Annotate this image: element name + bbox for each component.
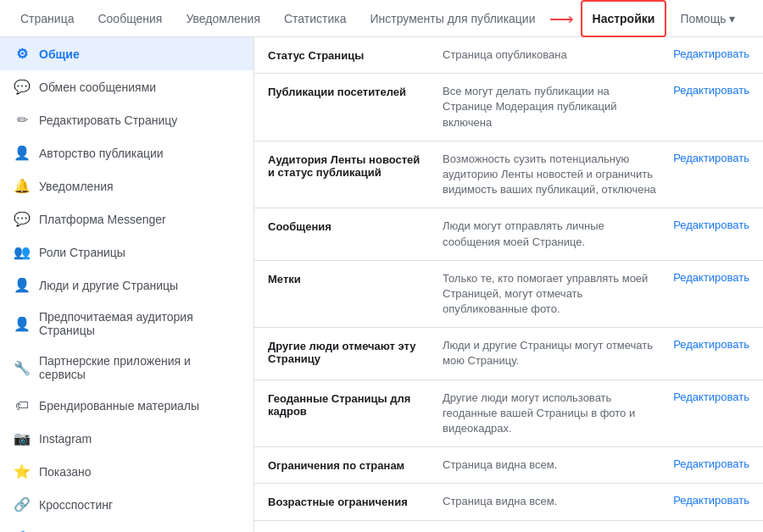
setting-desc: Другие люди могут использовать геоданные… — [443, 391, 660, 437]
setting-desc: Все могут делать публикации на Странице … — [443, 84, 660, 130]
edit-button[interactable]: Редактировать — [673, 271, 749, 284]
sidebar-item-label: Авторство публикации — [39, 147, 164, 160]
sidebar-item-crossposting[interactable]: 🔗 Кросспостинг — [0, 488, 253, 521]
nav-messages[interactable]: Сообщения — [87, 0, 172, 37]
settings-content: Статус СтраницыСтраница опубликованаРеда… — [254, 37, 763, 532]
sidebar-item-partner-apps[interactable]: 🔧 Партнерские приложения и сервисы — [0, 346, 253, 390]
link-icon: 🔗 — [14, 496, 31, 513]
setting-name: Метки — [268, 271, 429, 285]
settings-row: Другие люди отмечают эту СтраницуЛюди и … — [254, 328, 763, 380]
sidebar-item-people-pages[interactable]: 👤 Люди и другие Страницы — [0, 269, 253, 302]
edit-button[interactable]: Редактировать — [673, 84, 749, 97]
setting-desc: Страница видна всем. — [443, 494, 660, 509]
instagram-icon: 📷 — [14, 430, 31, 446]
sidebar-item-label: Редактировать Страницу — [39, 114, 177, 127]
edit-button[interactable]: Редактировать — [673, 457, 749, 470]
sidebar-item-page-roles[interactable]: 👥 Роли Страницы — [0, 236, 253, 269]
edit-button[interactable]: Редактировать — [673, 338, 749, 351]
sidebar-item-preferred-audience[interactable]: 👤 Предпочитаемая аудитория Страницы — [0, 302, 253, 346]
settings-arrow: ⟶ — [549, 8, 574, 29]
nav-notifications[interactable]: Уведомления — [175, 0, 270, 37]
settings-row: Ограничения по странамСтраница видна все… — [254, 447, 763, 484]
setting-desc: Возможность сузить потенциальную аудитор… — [443, 152, 660, 198]
nav-settings[interactable]: Настройки — [581, 0, 667, 37]
settings-rows: Статус СтраницыСтраница опубликованаРеда… — [254, 37, 763, 532]
group-icon: 👥 — [14, 244, 31, 260]
edit-button[interactable]: Редактировать — [673, 494, 749, 507]
edit-button[interactable]: Редактировать — [673, 152, 749, 164]
setting-desc: Только те, кто помогает управлять моей С… — [443, 271, 660, 318]
settings-row: Геоданные Страницы для кадровДругие люди… — [254, 380, 763, 448]
sidebar-item-label: Общие — [39, 47, 80, 61]
sidebar-item-label: Обмен сообщениями — [39, 80, 156, 94]
sidebar-item-label: Роли Страницы — [39, 246, 125, 259]
audience-icon: 👤 — [14, 316, 31, 332]
sidebar-item-label: Брендированные материалы — [39, 399, 199, 413]
sidebar-item-page-support-inbox[interactable]: f Page Support Inbox — [0, 521, 253, 532]
setting-desc: Страница опубликована — [443, 47, 660, 63]
setting-name: Другие люди отмечают эту Страницу — [268, 338, 429, 365]
messenger-icon: 💬 — [14, 211, 31, 227]
sidebar-item-label: Платформа Messenger — [39, 213, 166, 226]
setting-desc: Люди могут отправлять личные сообщения м… — [443, 219, 660, 249]
sidebar-item-label: Предпочитаемая аудитория Страницы — [39, 310, 240, 337]
sidebar-item-label: Уведомления — [39, 180, 114, 193]
sidebar-item-messenger[interactable]: 💬 Платформа Messenger — [0, 202, 253, 236]
message-icon: 💬 — [14, 79, 31, 95]
settings-row: СообщенияЛюди могут отправлять личные со… — [254, 208, 763, 260]
tag-icon: 🏷 — [14, 398, 31, 413]
sidebar-item-label: Показано — [39, 465, 92, 479]
nav-help[interactable]: Помощь ▾ — [670, 0, 745, 37]
main-layout: ⚙ Общие 💬 Обмен сообщениями ✏ Редактиров… — [0, 37, 763, 532]
gear-icon: ⚙ — [14, 46, 31, 62]
edit-icon: ✏ — [14, 112, 31, 128]
setting-name: Возрастные ограничения — [268, 494, 429, 508]
bell-icon: 🔔 — [14, 178, 31, 194]
sidebar: ⚙ Общие 💬 Обмен сообщениями ✏ Редактиров… — [0, 37, 254, 532]
setting-name: Геоданные Страницы для кадров — [268, 391, 429, 418]
settings-row: Статус СтраницыСтраница опубликованаРеда… — [254, 37, 763, 74]
sidebar-item-notifications[interactable]: 🔔 Уведомления — [0, 169, 253, 202]
setting-name: Сообщения — [268, 219, 429, 233]
setting-name: Публикации посетителей — [268, 84, 429, 98]
star-icon: ⭐ — [14, 463, 31, 479]
people-icon: 👤 — [14, 277, 31, 293]
settings-row: МеткиТолько те, кто помогает управлять м… — [254, 261, 763, 329]
edit-button[interactable]: Редактировать — [673, 391, 749, 403]
sidebar-item-label: Instagram — [39, 432, 92, 446]
setting-desc: Люди и другие Страницы могут отмечать мо… — [443, 338, 660, 369]
sidebar-item-label: Кросспостинг — [39, 498, 113, 512]
setting-name: Статус Страницы — [268, 47, 429, 62]
setting-desc: Страница видна всем. — [443, 457, 660, 473]
sidebar-item-authorship[interactable]: 👤 Авторство публикации — [0, 136, 253, 169]
settings-row: Возрастные ограниченияСтраница видна все… — [254, 484, 763, 520]
setting-name: Ограничения по странам — [268, 457, 429, 472]
nav-publishing-tools[interactable]: Инструменты для публикации — [360, 0, 546, 37]
sidebar-item-messaging[interactable]: 💬 Обмен сообщениями — [0, 70, 253, 103]
sidebar-item-label: Партнерские приложения и сервисы — [39, 354, 240, 381]
settings-row: Аудитория Ленты новостей и статус публик… — [254, 141, 763, 209]
tools-icon: 🔧 — [14, 360, 31, 376]
sidebar-item-featured[interactable]: ⭐ Показано — [0, 455, 253, 488]
sidebar-item-edit-page[interactable]: ✏ Редактировать Страницу — [0, 103, 253, 136]
nav-page[interactable]: Страница — [10, 0, 84, 37]
nav-stats[interactable]: Статистика — [274, 0, 357, 37]
top-navigation: Страница Сообщения Уведомления Статистик… — [0, 0, 763, 37]
sidebar-item-branded[interactable]: 🏷 Брендированные материалы — [0, 390, 253, 422]
sidebar-item-label: Люди и другие Страницы — [39, 279, 178, 292]
setting-name: Аудитория Ленты новостей и статус публик… — [268, 152, 429, 179]
sidebar-item-instagram[interactable]: 📷 Instagram — [0, 422, 253, 455]
person-icon: 👤 — [14, 145, 31, 161]
settings-row: Публикации посетителейВсе могут делать п… — [254, 74, 763, 141]
edit-button[interactable]: Редактировать — [673, 219, 749, 231]
settings-row: Модерация СтраницыНа Странице не блокиру… — [254, 521, 763, 532]
edit-button[interactable]: Редактировать — [673, 47, 749, 60]
sidebar-item-general[interactable]: ⚙ Общие — [0, 37, 253, 70]
